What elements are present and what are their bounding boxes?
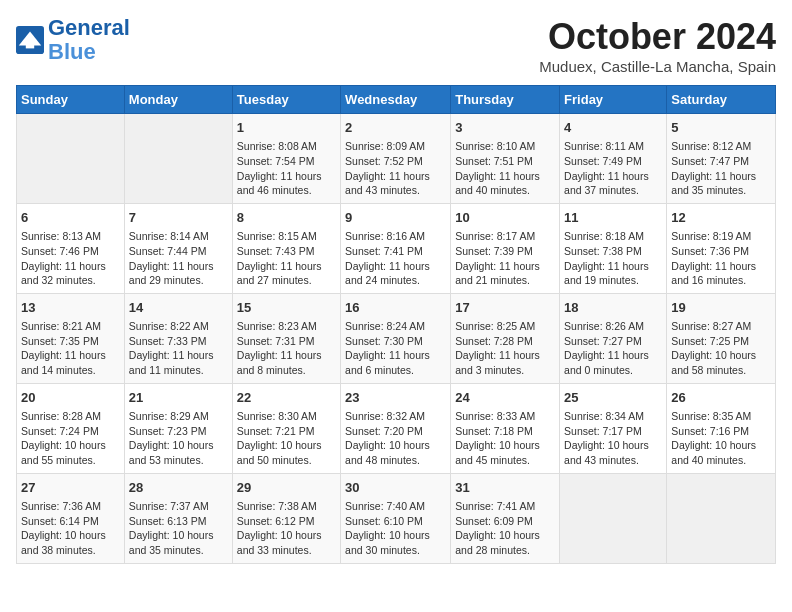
calendar-cell: 9Sunrise: 8:16 AM Sunset: 7:41 PM Daylig… [341,203,451,293]
calendar-cell: 24Sunrise: 8:33 AM Sunset: 7:18 PM Dayli… [451,383,560,473]
day-number: 11 [564,209,662,227]
calendar-week-row: 1Sunrise: 8:08 AM Sunset: 7:54 PM Daylig… [17,114,776,204]
day-info: Sunrise: 8:30 AM Sunset: 7:21 PM Dayligh… [237,409,336,468]
day-number: 25 [564,389,662,407]
day-info: Sunrise: 8:33 AM Sunset: 7:18 PM Dayligh… [455,409,555,468]
day-info: Sunrise: 8:29 AM Sunset: 7:23 PM Dayligh… [129,409,228,468]
day-info: Sunrise: 8:35 AM Sunset: 7:16 PM Dayligh… [671,409,771,468]
calendar-cell: 5Sunrise: 8:12 AM Sunset: 7:47 PM Daylig… [667,114,776,204]
calendar-cell: 7Sunrise: 8:14 AM Sunset: 7:44 PM Daylig… [124,203,232,293]
calendar-cell: 30Sunrise: 7:40 AM Sunset: 6:10 PM Dayli… [341,473,451,563]
calendar-cell: 13Sunrise: 8:21 AM Sunset: 7:35 PM Dayli… [17,293,125,383]
day-info: Sunrise: 8:09 AM Sunset: 7:52 PM Dayligh… [345,139,446,198]
title-block: October 2024 Muduex, Castille-La Mancha,… [539,16,776,75]
day-info: Sunrise: 8:18 AM Sunset: 7:38 PM Dayligh… [564,229,662,288]
calendar-cell [560,473,667,563]
weekday-header: Monday [124,86,232,114]
logo-text: General Blue [48,16,130,64]
day-info: Sunrise: 8:21 AM Sunset: 7:35 PM Dayligh… [21,319,120,378]
day-info: Sunrise: 8:14 AM Sunset: 7:44 PM Dayligh… [129,229,228,288]
day-number: 26 [671,389,771,407]
day-number: 2 [345,119,446,137]
day-info: Sunrise: 8:16 AM Sunset: 7:41 PM Dayligh… [345,229,446,288]
calendar-cell: 26Sunrise: 8:35 AM Sunset: 7:16 PM Dayli… [667,383,776,473]
calendar-cell: 11Sunrise: 8:18 AM Sunset: 7:38 PM Dayli… [560,203,667,293]
day-number: 16 [345,299,446,317]
calendar-week-row: 20Sunrise: 8:28 AM Sunset: 7:24 PM Dayli… [17,383,776,473]
day-number: 31 [455,479,555,497]
day-info: Sunrise: 8:28 AM Sunset: 7:24 PM Dayligh… [21,409,120,468]
day-number: 15 [237,299,336,317]
day-number: 3 [455,119,555,137]
day-info: Sunrise: 8:23 AM Sunset: 7:31 PM Dayligh… [237,319,336,378]
day-number: 13 [21,299,120,317]
calendar-cell: 10Sunrise: 8:17 AM Sunset: 7:39 PM Dayli… [451,203,560,293]
calendar-cell: 8Sunrise: 8:15 AM Sunset: 7:43 PM Daylig… [232,203,340,293]
calendar-week-row: 6Sunrise: 8:13 AM Sunset: 7:46 PM Daylig… [17,203,776,293]
calendar-cell: 28Sunrise: 7:37 AM Sunset: 6:13 PM Dayli… [124,473,232,563]
day-number: 23 [345,389,446,407]
calendar-cell [124,114,232,204]
day-info: Sunrise: 7:41 AM Sunset: 6:09 PM Dayligh… [455,499,555,558]
calendar-cell: 19Sunrise: 8:27 AM Sunset: 7:25 PM Dayli… [667,293,776,383]
day-number: 20 [21,389,120,407]
day-info: Sunrise: 8:25 AM Sunset: 7:28 PM Dayligh… [455,319,555,378]
weekday-header: Tuesday [232,86,340,114]
day-number: 14 [129,299,228,317]
day-info: Sunrise: 8:26 AM Sunset: 7:27 PM Dayligh… [564,319,662,378]
calendar-cell: 6Sunrise: 8:13 AM Sunset: 7:46 PM Daylig… [17,203,125,293]
calendar-week-row: 13Sunrise: 8:21 AM Sunset: 7:35 PM Dayli… [17,293,776,383]
day-number: 21 [129,389,228,407]
day-number: 10 [455,209,555,227]
weekday-header: Saturday [667,86,776,114]
day-info: Sunrise: 8:11 AM Sunset: 7:49 PM Dayligh… [564,139,662,198]
day-info: Sunrise: 8:17 AM Sunset: 7:39 PM Dayligh… [455,229,555,288]
day-info: Sunrise: 7:40 AM Sunset: 6:10 PM Dayligh… [345,499,446,558]
logo-icon [16,26,44,54]
logo-line1: General [48,15,130,40]
day-number: 30 [345,479,446,497]
svg-rect-2 [26,44,34,48]
day-number: 8 [237,209,336,227]
logo: General Blue [16,16,130,64]
day-number: 19 [671,299,771,317]
day-number: 7 [129,209,228,227]
calendar-cell: 20Sunrise: 8:28 AM Sunset: 7:24 PM Dayli… [17,383,125,473]
calendar-cell: 17Sunrise: 8:25 AM Sunset: 7:28 PM Dayli… [451,293,560,383]
calendar-cell: 31Sunrise: 7:41 AM Sunset: 6:09 PM Dayli… [451,473,560,563]
day-info: Sunrise: 8:19 AM Sunset: 7:36 PM Dayligh… [671,229,771,288]
day-number: 6 [21,209,120,227]
day-info: Sunrise: 7:37 AM Sunset: 6:13 PM Dayligh… [129,499,228,558]
calendar-cell: 2Sunrise: 8:09 AM Sunset: 7:52 PM Daylig… [341,114,451,204]
day-info: Sunrise: 8:08 AM Sunset: 7:54 PM Dayligh… [237,139,336,198]
weekday-header: Friday [560,86,667,114]
calendar-week-row: 27Sunrise: 7:36 AM Sunset: 6:14 PM Dayli… [17,473,776,563]
day-number: 1 [237,119,336,137]
day-number: 27 [21,479,120,497]
calendar-cell [667,473,776,563]
day-number: 18 [564,299,662,317]
day-info: Sunrise: 8:10 AM Sunset: 7:51 PM Dayligh… [455,139,555,198]
calendar-cell: 3Sunrise: 8:10 AM Sunset: 7:51 PM Daylig… [451,114,560,204]
day-info: Sunrise: 8:12 AM Sunset: 7:47 PM Dayligh… [671,139,771,198]
calendar-cell: 14Sunrise: 8:22 AM Sunset: 7:33 PM Dayli… [124,293,232,383]
calendar-cell: 15Sunrise: 8:23 AM Sunset: 7:31 PM Dayli… [232,293,340,383]
calendar-cell: 22Sunrise: 8:30 AM Sunset: 7:21 PM Dayli… [232,383,340,473]
calendar-cell: 29Sunrise: 7:38 AM Sunset: 6:12 PM Dayli… [232,473,340,563]
day-info: Sunrise: 8:22 AM Sunset: 7:33 PM Dayligh… [129,319,228,378]
day-info: Sunrise: 8:24 AM Sunset: 7:30 PM Dayligh… [345,319,446,378]
weekday-header: Wednesday [341,86,451,114]
day-info: Sunrise: 7:36 AM Sunset: 6:14 PM Dayligh… [21,499,120,558]
month-title: October 2024 [539,16,776,58]
header-row: SundayMondayTuesdayWednesdayThursdayFrid… [17,86,776,114]
calendar-cell: 25Sunrise: 8:34 AM Sunset: 7:17 PM Dayli… [560,383,667,473]
day-number: 17 [455,299,555,317]
day-info: Sunrise: 8:27 AM Sunset: 7:25 PM Dayligh… [671,319,771,378]
weekday-header: Thursday [451,86,560,114]
calendar-cell: 21Sunrise: 8:29 AM Sunset: 7:23 PM Dayli… [124,383,232,473]
day-number: 9 [345,209,446,227]
day-number: 4 [564,119,662,137]
day-number: 5 [671,119,771,137]
weekday-header: Sunday [17,86,125,114]
day-info: Sunrise: 8:32 AM Sunset: 7:20 PM Dayligh… [345,409,446,468]
